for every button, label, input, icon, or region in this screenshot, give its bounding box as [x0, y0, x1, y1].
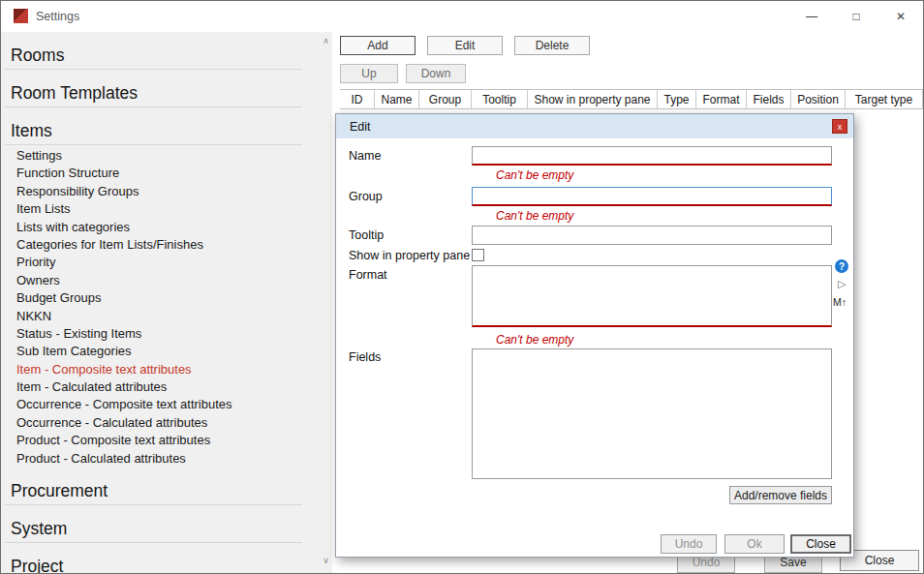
group-error-text: Can't be empty [496, 209, 573, 223]
maximize-button[interactable]: □ [834, 1, 878, 32]
name-label: Name [349, 149, 381, 163]
sidebar-item-owners[interactable]: Owners [1, 272, 320, 289]
sidebar-item-item-composite-text-attributes[interactable]: Item - Composite text attributes [1, 361, 320, 378]
sidebar-section-rooms[interactable]: Rooms [5, 40, 302, 70]
edit-dialog-close-button[interactable]: x [832, 119, 847, 134]
sidebar-section-system[interactable]: System [5, 513, 302, 543]
add-remove-fields-button[interactable]: Add/remove fields [729, 486, 832, 504]
column-header-id: ID [340, 90, 375, 108]
format-error-text: Can't be empty [496, 333, 573, 347]
app-icon [14, 9, 28, 23]
minimize-button[interactable]: — [789, 1, 834, 32]
help-icon[interactable]: ? [835, 259, 848, 273]
up-button[interactable]: Up [340, 64, 398, 83]
sidebar-items-list: Settings Function Structure Responsibili… [1, 147, 320, 468]
edit-button[interactable]: Edit [427, 36, 503, 55]
show-in-property-pane-label: Show in property pane [349, 249, 470, 262]
sidebar-scrollbar[interactable]: ∧ ∨ [320, 32, 332, 573]
tooltip-input[interactable] [472, 226, 832, 245]
column-header-tooltip: Tooltip [472, 90, 528, 108]
sidebar-item-product-calculated-attributes[interactable]: Product - Calculated attributes [1, 450, 320, 468]
column-header-format: Format [696, 90, 747, 108]
sidebar-item-categories-for-item-lists-finishes[interactable]: Categories for Item Lists/Finishes [1, 236, 320, 254]
name-error-text: Can't be empty [496, 168, 573, 182]
edit-dialog: Edit x Name Can't be empty Group Can't b… [335, 113, 854, 558]
maximize-icon: □ [852, 10, 859, 23]
run-preview-icon[interactable]: ▷ [838, 278, 846, 290]
column-header-position: Position [791, 90, 846, 108]
close-icon: ✕ [896, 10, 906, 23]
sidebar-section-room-templates[interactable]: Room Templates [5, 77, 302, 107]
close-window-button[interactable]: ✕ [878, 1, 923, 32]
titlebar: Settings — □ ✕ [1, 1, 923, 32]
sidebar-item-budget-groups[interactable]: Budget Groups [1, 289, 320, 307]
column-header-name: Name [375, 90, 419, 108]
sidebar-item-status-existing-items[interactable]: Status - Existing Items [1, 325, 320, 343]
sidebar-item-item-calculated-attributes[interactable]: Item - Calculated attributes [1, 378, 320, 396]
window-controls: — □ ✕ [789, 1, 923, 32]
dialog-ok-button[interactable]: Ok [724, 534, 785, 554]
sidebar-section-items[interactable]: Items [5, 115, 302, 145]
format-textarea[interactable] [472, 265, 832, 327]
sidebar-item-priority[interactable]: Priority [1, 254, 320, 271]
fields-label: Fields [349, 350, 381, 364]
column-header-show-in-property-pane: Show in property pane [528, 90, 658, 108]
dialog-close-button[interactable]: Close [790, 534, 851, 554]
sidebar-item-sub-item-categories[interactable]: Sub Item Categories [1, 343, 320, 360]
scroll-up-icon[interactable]: ∧ [320, 34, 332, 47]
scroll-down-icon[interactable]: ∨ [320, 554, 332, 567]
settings-window: Settings — □ ✕ Rooms Room Templates Item… [0, 0, 924, 574]
group-label: Group [349, 190, 383, 203]
sidebar-item-occurrence-calculated-attributes[interactable]: Occurrence - Calculated attributes [1, 414, 320, 432]
dialog-close-icon: x [838, 122, 843, 132]
group-input[interactable] [472, 187, 832, 206]
sidebar-item-settings[interactable]: Settings [1, 147, 320, 165]
down-button[interactable]: Down [406, 64, 466, 83]
add-button[interactable]: Add [340, 36, 416, 55]
table-header: ID Name Group Tooltip Show in property p… [340, 89, 923, 109]
sidebar-item-responsibility-groups[interactable]: Responsibility Groups [1, 183, 320, 200]
column-header-type: Type [658, 90, 696, 108]
tooltip-label: Tooltip [349, 228, 384, 242]
sidebar-section-project[interactable]: Project [5, 551, 302, 573]
window-title: Settings [36, 10, 79, 23]
column-header-target-type: Target type [846, 90, 923, 108]
format-label: Format [349, 268, 387, 282]
show-in-property-pane-checkbox[interactable] [472, 249, 484, 261]
macro-up-icon[interactable]: M↑ [833, 296, 847, 308]
edit-dialog-titlebar: Edit [336, 114, 853, 138]
sidebar-item-item-lists[interactable]: Item Lists [1, 200, 320, 218]
sidebar-item-lists-with-categories[interactable]: Lists with categories [1, 219, 320, 236]
minimize-icon: — [806, 10, 817, 23]
edit-dialog-title: Edit [350, 120, 371, 134]
fields-textarea[interactable] [472, 348, 832, 479]
sidebar-item-product-composite-text-attributes[interactable]: Product - Composite text attributes [1, 432, 320, 449]
delete-button[interactable]: Delete [514, 36, 590, 55]
sidebar-section-procurement[interactable]: Procurement [5, 475, 302, 505]
sidebar: Rooms Room Templates Items Settings Func… [1, 32, 320, 573]
sidebar-item-nkkn[interactable]: NKKN [1, 308, 320, 325]
dialog-undo-button[interactable]: Undo [661, 534, 717, 554]
column-header-fields: Fields [747, 90, 791, 108]
sidebar-item-occurrence-composite-text-attributes[interactable]: Occurrence - Composite text attributes [1, 396, 320, 413]
column-header-group: Group [419, 90, 472, 108]
name-input[interactable] [472, 146, 832, 166]
sidebar-item-function-structure[interactable]: Function Structure [1, 165, 320, 182]
